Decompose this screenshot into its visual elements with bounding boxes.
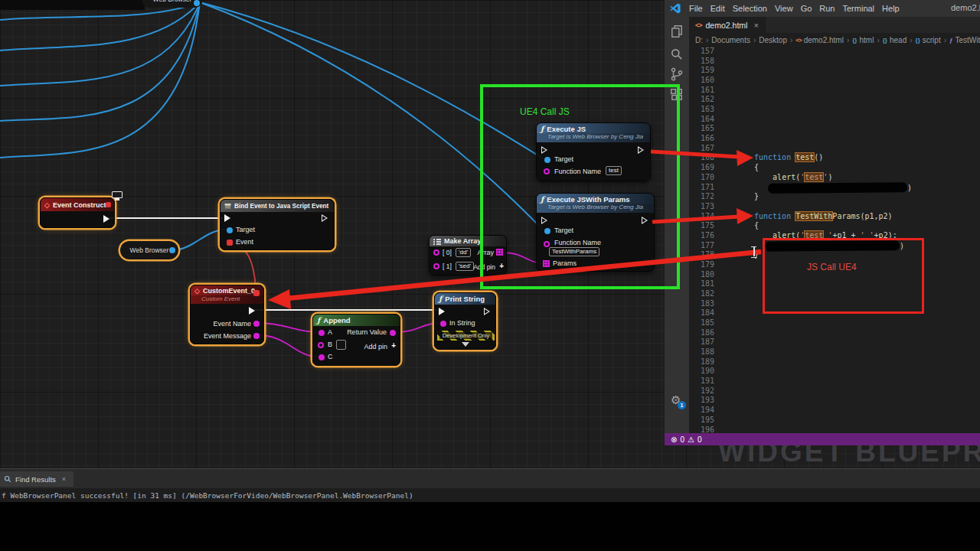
tab-label: demo2.html (706, 21, 748, 30)
code-line-193: 193 (689, 396, 980, 406)
find-results-close-icon[interactable]: × (62, 475, 66, 483)
element-1-value-field[interactable]: 'sed' (456, 262, 474, 271)
line-number: 175 (689, 221, 714, 231)
node-event-construct[interactable]: ◇ Event Construct (40, 197, 115, 228)
menu-go[interactable]: Go (797, 4, 816, 13)
node-title: Web Browser (153, 0, 192, 3)
exec-in-pin[interactable] (224, 214, 230, 222)
line-number: 193 (689, 396, 714, 406)
element-1-pin[interactable] (433, 263, 439, 269)
menu-selection[interactable]: Selection (729, 4, 771, 13)
vscode-titlebar[interactable]: FileEditSelectionViewGoRunTerminalHelp d… (665, 0, 980, 17)
element-1-label: [ 1] (443, 262, 452, 270)
delegate-pin[interactable] (253, 290, 260, 296)
element-0-pin[interactable] (433, 249, 439, 256)
breadcrumb-item-d-[interactable]: D: (695, 36, 703, 44)
menu-file[interactable]: File (685, 4, 707, 13)
monitor-icon (112, 191, 123, 201)
exec-out-pin[interactable] (484, 308, 490, 315)
pin-a[interactable] (318, 330, 325, 336)
node-title: Event Construct (53, 201, 106, 209)
event-name-label: Event Name (213, 320, 251, 328)
exec-in-pin[interactable] (439, 308, 445, 315)
redaction-scribble (768, 182, 907, 194)
output-pin[interactable] (194, 0, 200, 6)
target-pin[interactable] (227, 227, 233, 233)
source-control-icon[interactable] (670, 67, 684, 81)
return-value-pin[interactable] (390, 330, 396, 336)
menu-run[interactable]: Run (815, 4, 838, 13)
node-bind-event[interactable]: Bind Event to Java Script Event Target E… (220, 199, 335, 250)
text-cursor (751, 246, 756, 256)
find-results-icon (4, 475, 11, 483)
tab-demo2-html[interactable]: <> demo2.html × (689, 17, 766, 33)
pin-a-label: A (328, 328, 332, 336)
breadcrumb-item-demo2-html[interactable]: <>demo2.html (795, 36, 844, 44)
line-number: 164 (689, 115, 714, 125)
menu-edit[interactable]: Edit (707, 4, 729, 13)
line-number: 169 (689, 163, 714, 173)
editor-area[interactable]: <> demo2.html × D:›Documents›Desktop›<>d… (689, 17, 980, 433)
menu-help[interactable]: Help (878, 4, 903, 13)
search-icon[interactable] (670, 47, 684, 61)
line-number: 158 (689, 57, 714, 67)
line-number: 173 (689, 202, 714, 212)
line-number: 172 (689, 192, 714, 202)
output-pin[interactable] (169, 247, 175, 253)
code-line-164: 164 (689, 115, 980, 125)
tab-bar: <> demo2.html × (689, 17, 980, 33)
warnings-count: 0 (697, 435, 702, 444)
collapse-chevron-icon[interactable] (462, 342, 469, 350)
development-only-banner: Development Only (437, 331, 495, 341)
code-line-166: 166 (689, 134, 980, 144)
line-number: 195 (689, 416, 714, 425)
exec-out-pin[interactable] (249, 307, 255, 315)
breadcrumb-item-desktop[interactable]: Desktop (759, 36, 787, 44)
pin-c[interactable] (318, 354, 325, 360)
breadcrumb-item-html[interactable]: {}html (852, 36, 874, 44)
find-results-log[interactable]: f WebBrowserPanel successful! [in 31 ms]… (0, 488, 980, 503)
node-web-browser[interactable]: Web Browser (120, 241, 178, 259)
event-pin[interactable] (227, 240, 233, 246)
code-line-160: 160 (689, 76, 980, 86)
manage-badge: 1 (678, 401, 686, 409)
breadcrumb-item-script[interactable]: {}script (916, 36, 941, 44)
code-line-161: 161 (689, 86, 980, 96)
code-line-190: 190 (689, 367, 980, 377)
pin-b[interactable] (318, 342, 324, 348)
in-string-pin[interactable] (440, 321, 446, 327)
node-web-browser-top[interactable]: Web Browser (142, 0, 203, 8)
exec-out-pin[interactable] (103, 215, 109, 223)
breadcrumb-item-documents[interactable]: Documents (711, 36, 750, 44)
symbol-icon: {} (916, 37, 920, 44)
breadcrumb-item-testwithp[interactable]: ƒTestWithP (949, 36, 980, 44)
pin-b-value-field[interactable] (336, 340, 346, 350)
tab-close-icon[interactable]: × (753, 21, 758, 30)
explorer-icon[interactable] (670, 24, 684, 38)
line-number: 178 (689, 250, 714, 260)
node-print-string[interactable]: ƒ Print String In String Development Onl… (434, 292, 496, 350)
event-name-pin[interactable] (253, 321, 260, 327)
element-0-value-field[interactable]: 'dd' (456, 248, 471, 257)
line-number: 165 (689, 124, 714, 134)
node-title: Print String (445, 295, 485, 303)
line-number: 190 (689, 367, 714, 377)
node-title: Bind Event to Java Script Event (234, 203, 328, 210)
in-string-label: In String (449, 319, 475, 327)
find-results-tab[interactable]: Find Results × (0, 471, 74, 487)
event-message-pin[interactable] (253, 333, 260, 339)
breadcrumb-item-head[interactable]: {}head (883, 36, 906, 44)
add-pin-plus-icon[interactable]: + (391, 341, 396, 350)
code-line-172: 172} (689, 192, 980, 202)
breadcrumb-separator: › (703, 36, 711, 44)
node-title: Append (323, 316, 350, 324)
menu-terminal[interactable]: Terminal (839, 4, 879, 13)
node-custom-event[interactable]: ◇ CustomEvent_0 Custom Event Event Name … (190, 285, 264, 344)
code-line-189: 189 (689, 357, 980, 367)
status-bar[interactable]: ⊗ 0 ⚠ 0 (665, 433, 980, 445)
node-append[interactable]: ƒ Append A B C Return Value Add pin + (312, 314, 400, 366)
errors-count: 0 (680, 435, 684, 444)
exec-out-pin[interactable] (322, 214, 328, 222)
code-line-185: 185 (689, 318, 980, 328)
menu-view[interactable]: View (771, 4, 797, 13)
